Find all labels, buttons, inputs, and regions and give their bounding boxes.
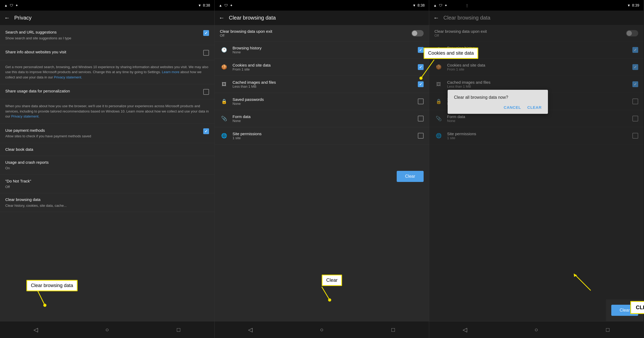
back-button-3[interactable]: ← [433,15,439,21]
cookies-checkbox-3[interactable] [632,64,638,70]
do-not-track[interactable]: "Do Not Track" Off [0,175,214,194]
permissions-icon: 🌐 [220,132,228,140]
home-nav-3[interactable]: ○ [528,325,544,335]
permissions-sub: 1 site [233,136,414,140]
wifi-icon-3: ▼ [627,3,631,7]
usage-crash-reports[interactable]: Usage and crash reports On [0,156,214,175]
status-bar-2: ▲ 🛡 ✦ ▼ 8:38 [215,0,429,11]
dialog-text: Clear all browsing data now? [454,95,542,100]
status-right-1: ▼ 8:38 [198,3,210,7]
upon-exit-switch-3[interactable] [626,30,638,36]
usage-desc-block: When you share data about how you use th… [0,99,214,124]
home-nav-2[interactable]: ○ [314,325,330,335]
form-title: Form data [233,114,414,119]
history-title: Browsing history [233,46,414,50]
top-bar-3: ← Clear browsing data [429,11,643,25]
back-button-2[interactable]: ← [219,15,225,21]
share-info-checkbox[interactable] [203,50,209,56]
dialog-arrow [575,275,607,306]
status-left-2: ▲ 🛡 ✦ [219,3,233,7]
item-cookies: 🍪 Cookies and site data From 1 site [215,59,429,76]
cache-checkbox-3[interactable] [632,81,638,87]
cookies-sub: From 1 site [233,67,414,71]
dialog-cancel-button[interactable]: CANCEL [504,105,521,110]
privacy-item-search: Search and URL suggestions Show search a… [0,25,214,45]
page-title-3: Clear browsing data [443,15,490,21]
time-display-3: 8:39 [632,3,639,7]
signal-icon-2: ▲ [219,3,222,7]
usage-title: Share usage data for personalization [5,88,200,94]
cookies-checkbox[interactable] [418,64,424,70]
svg-point-3 [419,77,423,80]
privacy-content: Search and URL suggestions Show search a… [0,25,214,321]
dnt-title: "Do Not Track" [5,179,209,184]
recents-nav-2[interactable]: □ [385,325,401,335]
annotation-clear-browsing: Clear browsing data [26,280,78,291]
privacy-item-payment: Use payment methods Allow sites to check… [0,124,214,143]
svg-point-5 [328,298,331,302]
cache-checkbox[interactable] [418,81,424,87]
page-title-1: Privacy [14,15,32,21]
bottom-nav-3: ◁ ○ □ [429,321,643,338]
recents-nav-3[interactable]: □ [600,325,616,335]
upon-exit-toggle-3: Clear browsing data upon exit Off [429,25,643,41]
history-icon: 🕐 [220,46,228,54]
clear-dialog: Clear all browsing data now? CANCEL CLEA… [448,90,548,114]
toggle-thumb-3 [627,31,632,36]
panel-clear: ▲ 🛡 ✦ ▼ 8:38 ← Clear browsing data Clear… [215,0,429,338]
payment-desc: Allow sites to check if you have payment… [5,134,200,139]
dialog-clear-button[interactable]: CLEAR [527,105,542,110]
status-bar-3: ▲ 🛡 ✦ ⋮ ▼ 8:39 [429,0,643,11]
perms-checkbox-3[interactable] [632,133,638,139]
payment-checkbox[interactable] [203,128,209,134]
history-checkbox[interactable] [418,47,424,53]
svg-line-6 [575,275,591,290]
dialog-buttons: CANCEL CLEAR [454,105,542,110]
shield-icon: 🛡 [10,3,13,7]
item-browsing-history: 🕐 Browsing history None [215,41,429,59]
recents-nav-1[interactable]: □ [171,325,187,335]
form-checkbox-3[interactable] [632,116,638,121]
item-cache: 🖼 Cached images and files Less than 1 MB [215,76,429,93]
history-sub: None [233,50,414,54]
pw-checkbox-3[interactable] [632,98,638,104]
share-info-title: Share info about websites you visit [5,49,200,55]
clear-book-data[interactable]: Clear book data [0,143,214,156]
cookies-icon: 🍪 [220,63,228,71]
crash-title: Usage and crash reports [5,160,209,165]
back-nav-1[interactable]: ◁ [28,325,44,335]
form-checkbox[interactable] [418,116,424,121]
item-form-data: 📎 Form data None [215,110,429,127]
star-icon-3: ✦ [444,3,447,7]
clear-browsing-data-item[interactable]: Clear browsing data Clear history, cooki… [0,193,214,212]
item-site-permissions: 🌐 Site permissions 1 site [215,127,429,144]
perms-title-3: Site permissions [447,132,628,136]
item-perms-3: 🌐 Site permissions 1 site [429,127,643,144]
back-nav-2[interactable]: ◁ [242,325,258,335]
cookies-title: Cookies and site data [233,63,414,67]
shield-icon-3: 🛡 [439,3,442,7]
svg-line-0 [37,289,45,305]
back-nav-3[interactable]: ◁ [457,325,473,335]
bh-checkbox-3[interactable] [632,47,638,53]
status-bar-1: ▲ 🛡 ✦ ▼ 8:38 [0,0,214,11]
search-url-desc: Show search and site suggestions as I ty… [5,36,200,41]
annotation-arrow-cookies [424,60,439,81]
toggle-thumb [412,31,417,36]
password-sub: None [233,102,414,106]
perms-sub-3: 1 site [447,136,628,140]
upon-exit-switch[interactable] [411,30,424,36]
clear-button-2[interactable]: Clear [397,171,424,182]
back-button-1[interactable]: ← [4,15,10,21]
status-left-1: ▲ 🛡 ✦ [4,3,18,7]
search-url-checkbox[interactable] [203,30,209,36]
password-checkbox[interactable] [418,98,424,104]
signal-icon: ▲ [4,3,8,7]
password-title: Saved passwords [233,97,414,102]
permissions-checkbox[interactable] [418,133,424,139]
time-display-1: 8:38 [203,3,210,7]
cache-title: Cached images and files [233,80,414,84]
usage-checkbox[interactable] [203,89,209,95]
bottom-nav-1: ◁ ○ □ [0,321,214,338]
home-nav-1[interactable]: ○ [99,325,115,335]
